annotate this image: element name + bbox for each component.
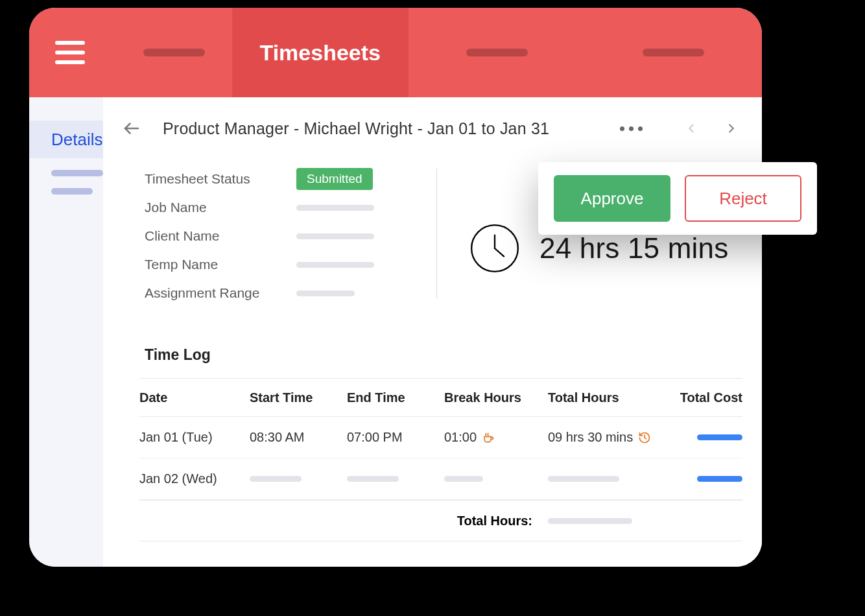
field-value-placeholder xyxy=(296,233,374,239)
svg-line-3 xyxy=(495,248,504,256)
tab-placeholder[interactable] xyxy=(466,49,528,56)
field-label-assignrange: Assignment Range xyxy=(145,285,281,301)
tab-timesheets[interactable]: Timesheets xyxy=(232,8,409,97)
sidebar: Details xyxy=(29,97,103,567)
coffee-cup-icon xyxy=(482,431,495,444)
cell-end xyxy=(347,476,444,482)
cell-date: Jan 01 (Tue) xyxy=(139,430,250,445)
timelog-table: Date Start Time End Time Break Hours Tot… xyxy=(103,378,762,541)
table-footer-row: Total Hours: xyxy=(139,500,742,541)
breadcrumb-text: Product Manager - Michael Wright - Jan 0… xyxy=(163,119,549,138)
approval-action-card: Approve Reject xyxy=(538,162,817,235)
section-title-timelog: Time Log xyxy=(103,327,762,378)
field-label-tempname: Temp Name xyxy=(145,257,281,272)
tab-placeholder[interactable] xyxy=(643,49,704,56)
menu-icon[interactable] xyxy=(55,41,85,64)
field-label-status: Timesheet Status xyxy=(145,171,281,187)
header-segment-4 xyxy=(586,8,763,97)
cell-end: 07:00 PM xyxy=(347,430,444,445)
header-segment-left xyxy=(29,8,232,97)
app-header: Timesheets xyxy=(29,8,762,97)
field-label-clientname: Client Name xyxy=(145,228,281,244)
chevron-right-icon[interactable] xyxy=(720,117,742,139)
table-header-row: Date Start Time End Time Break Hours Tot… xyxy=(139,378,742,417)
field-value-placeholder xyxy=(296,205,374,211)
col-date: Date xyxy=(139,390,250,405)
sidebar-item-details[interactable]: Details xyxy=(29,121,103,158)
col-end: End Time xyxy=(347,390,444,405)
history-icon[interactable] xyxy=(638,431,651,444)
chevron-left-icon xyxy=(680,117,702,139)
field-value-placeholder xyxy=(296,262,374,268)
sidebar-placeholder[interactable] xyxy=(51,170,103,176)
table-row[interactable]: Jan 02 (Wed) xyxy=(139,458,742,500)
total-hours-text: 24 hrs 15 mins xyxy=(539,232,728,265)
more-icon[interactable] xyxy=(620,126,643,131)
cell-start: 08:30 AM xyxy=(250,430,347,445)
cell-cost xyxy=(678,434,742,440)
col-break: Break Hours xyxy=(444,390,548,405)
breadcrumb-row: Product Manager - Michael Wright - Jan 0… xyxy=(103,97,762,154)
footer-total-label: Total Hours: xyxy=(347,514,548,528)
cell-break: 01:00 xyxy=(444,430,548,445)
cell-date: Jan 02 (Wed) xyxy=(139,471,250,486)
cell-break xyxy=(444,476,548,482)
tab-title: Timesheets xyxy=(260,40,381,65)
cell-start xyxy=(250,476,347,482)
clock-icon xyxy=(469,223,520,274)
app-window: Timesheets Details xyxy=(29,8,762,567)
col-start: Start Time xyxy=(250,390,347,405)
col-total: Total Hours xyxy=(548,390,678,405)
table-row[interactable]: Jan 01 (Tue) 08:30 AM 07:00 PM 01:00 09 … xyxy=(139,417,742,458)
status-badge: Submitted xyxy=(296,168,373,190)
cell-total: 09 hrs 30 mins xyxy=(548,430,678,445)
col-cost: Total Cost xyxy=(678,390,742,405)
sidebar-placeholder[interactable] xyxy=(51,188,93,195)
field-value-placeholder xyxy=(296,290,355,296)
back-arrow-icon[interactable] xyxy=(119,115,145,141)
reject-button[interactable]: Reject xyxy=(685,175,801,222)
tab-placeholder[interactable] xyxy=(143,49,205,56)
fields-column: Timesheet Status Submitted Job Name Clie… xyxy=(145,165,417,307)
sidebar-item-label: Details xyxy=(51,130,102,150)
cell-total xyxy=(548,476,678,482)
cell-cost xyxy=(678,476,742,482)
field-label-jobname: Job Name xyxy=(145,200,281,215)
approve-button[interactable]: Approve xyxy=(554,175,670,222)
header-segment-3 xyxy=(409,8,586,97)
vertical-divider xyxy=(436,169,437,298)
